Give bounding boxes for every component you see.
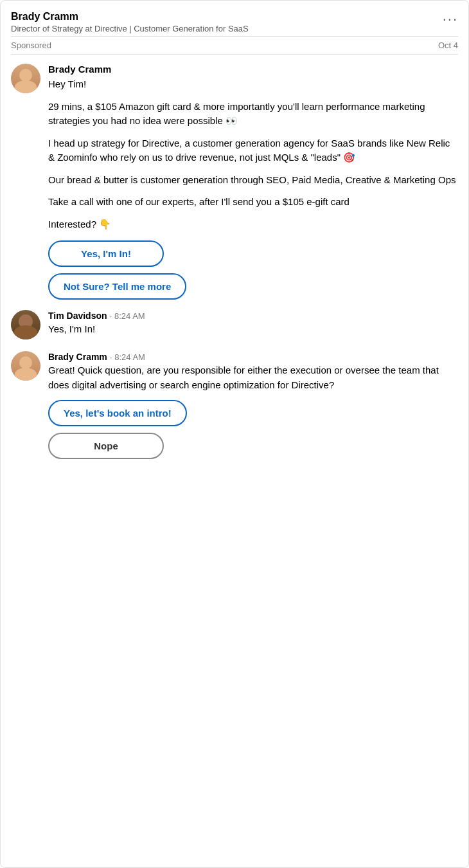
- tim-reply-block: Tim Davidson · 8:24 AM Yes, I'm In!: [11, 310, 458, 339]
- sponsored-label: Sponsored: [11, 41, 51, 50]
- header-sender-title: Director of Strategy at Directive | Cust…: [11, 24, 249, 33]
- tim-sender-name: Tim Davidson: [48, 311, 107, 321]
- paragraph4: Take a call with one of our experts, aft…: [48, 195, 458, 210]
- tim-reply-time: · 8:24 AM: [110, 311, 145, 321]
- paragraph2: I head up strategy for Directive, a cust…: [48, 136, 458, 165]
- brady-reply-buttons: Yes, let's book an intro! Nope: [48, 400, 458, 459]
- main-message-text: Hey Tim! 29 mins, a $105 Amazon gift car…: [48, 77, 458, 231]
- brady-reply-content: Brady Cramm · 8:24 AM Great! Quick quest…: [48, 351, 458, 459]
- sponsored-bar: Sponsored Oct 4: [11, 36, 458, 55]
- paragraph3: Our bread & butter is customer generatio…: [48, 173, 458, 188]
- header-sender-name: Brady Cramm: [11, 11, 249, 23]
- main-sender-name: Brady Cramm: [48, 64, 458, 75]
- date-label: Oct 4: [438, 41, 458, 50]
- main-message-content: Brady Cramm Hey Tim! 29 mins, a $105 Ama…: [48, 64, 458, 300]
- tim-avatar: [11, 310, 40, 339]
- greeting: Hey Tim!: [48, 77, 458, 92]
- interested-text: Interested? 👇: [48, 217, 458, 232]
- tim-reply-content: Tim Davidson · 8:24 AM Yes, I'm In!: [48, 310, 458, 337]
- linkedin-message-card: Brady Cramm Director of Strategy at Dire…: [0, 0, 469, 868]
- brady-reply-block: Brady Cramm · 8:24 AM Great! Quick quest…: [11, 351, 458, 459]
- card-header: Brady Cramm Director of Strategy at Dire…: [11, 11, 458, 33]
- not-sure-button[interactable]: Not Sure? Tell me more: [48, 273, 186, 300]
- brady-avatar: [11, 64, 40, 93]
- yes-book-intro-button[interactable]: Yes, let's book an intro!: [48, 400, 187, 426]
- brady-reply-avatar: [11, 351, 40, 381]
- brady-sender-line: Brady Cramm · 8:24 AM: [48, 351, 458, 362]
- paragraph1: 29 mins, a $105 Amazon gift card & more …: [48, 100, 458, 129]
- brady-reply-text: Great! Quick question, are you responsib…: [48, 363, 458, 392]
- main-cta-buttons: Yes, I'm In! Not Sure? Tell me more: [48, 240, 458, 300]
- more-options-icon[interactable]: ···: [443, 11, 458, 28]
- tim-reply-text: Yes, I'm In!: [48, 322, 458, 337]
- nope-button[interactable]: Nope: [48, 433, 164, 459]
- brady-reply-time: · 8:24 AM: [110, 352, 145, 362]
- tim-sender-line: Tim Davidson · 8:24 AM: [48, 310, 458, 321]
- brady-reply-sender-name: Brady Cramm: [48, 352, 107, 362]
- yes-im-in-button[interactable]: Yes, I'm In!: [48, 240, 164, 267]
- header-left: Brady Cramm Director of Strategy at Dire…: [11, 11, 249, 33]
- main-message-block: Brady Cramm Hey Tim! 29 mins, a $105 Ama…: [11, 64, 458, 300]
- reply-section: Tim Davidson · 8:24 AM Yes, I'm In! Brad…: [11, 310, 458, 459]
